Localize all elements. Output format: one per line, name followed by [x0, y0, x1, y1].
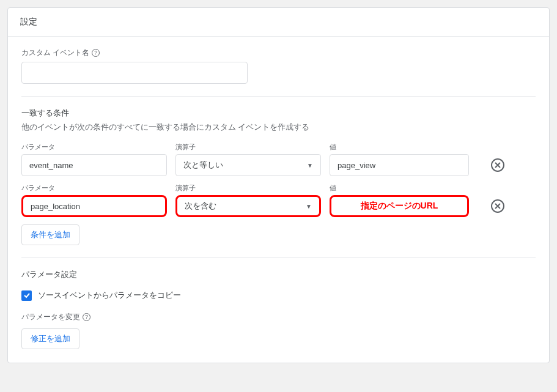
add-condition-label: 条件を追加	[31, 229, 70, 240]
add-modification-button[interactable]: 修正を追加	[21, 328, 79, 349]
operator-select[interactable]: 次と等しい ▼	[175, 154, 321, 176]
help-icon[interactable]: ?	[92, 49, 100, 57]
param-input-text[interactable]	[31, 197, 158, 215]
divider	[21, 257, 536, 258]
condition-param-col: パラメータ	[21, 142, 167, 176]
matching-conditions-section: 一致する条件 他のイベントが次の条件のすべてに一致する場合にカスタム イベントを…	[21, 108, 536, 245]
copy-params-checkbox[interactable]	[21, 290, 32, 301]
chevron-down-icon: ▼	[307, 162, 313, 169]
custom-event-name-input[interactable]	[21, 62, 248, 84]
copy-params-row[interactable]: ソースイベントからパラメータをコピー	[21, 290, 536, 301]
value-annotation-text: 指定のページのURL	[361, 201, 438, 212]
modify-params-label-row: パラメータを変更 ?	[21, 312, 536, 322]
add-condition-button[interactable]: 条件を追加	[21, 224, 79, 245]
value-input[interactable]	[330, 154, 469, 176]
add-modification-label: 修正を追加	[31, 333, 70, 344]
operator-label: 演算子	[175, 142, 321, 152]
custom-event-name-label-text: カスタム イベント名	[21, 48, 89, 58]
conditions-title: 一致する条件	[21, 108, 536, 119]
check-icon	[23, 292, 31, 299]
condition-value-col: 値	[330, 142, 469, 176]
condition-param-col: パラメータ	[21, 183, 167, 217]
operator-value: 次を含む	[185, 201, 216, 212]
param-settings-section: パラメータ設定 ソースイベントからパラメータをコピー パラメータを変更 ? 修正…	[21, 269, 536, 349]
custom-event-name-field: カスタム イベント名 ?	[21, 48, 536, 84]
close-icon	[495, 162, 501, 168]
param-label: パラメータ	[21, 183, 167, 193]
condition-row: パラメータ 演算子 次と等しい ▼ 値	[21, 142, 536, 176]
operator-select[interactable]: 次を含む ▼	[175, 195, 321, 217]
chevron-down-icon: ▼	[306, 203, 312, 210]
card-header: 設定	[8, 8, 549, 37]
param-input-text[interactable]	[29, 155, 159, 176]
value-label: 値	[330, 183, 469, 193]
value-label: 値	[330, 142, 469, 152]
remove-condition-button[interactable]	[491, 158, 504, 172]
operator-label: 演算子	[175, 183, 321, 193]
copy-params-label: ソースイベントからパラメータをコピー	[38, 290, 181, 301]
value-input-text[interactable]	[338, 155, 461, 176]
param-label: パラメータ	[21, 142, 167, 152]
param-input[interactable]	[21, 154, 167, 176]
param-input[interactable]	[21, 195, 167, 217]
close-icon	[495, 203, 501, 209]
param-settings-title: パラメータ設定	[21, 269, 536, 280]
card-title: 設定	[20, 17, 37, 26]
condition-operator-col: 演算子 次を含む ▼	[175, 183, 321, 217]
condition-operator-col: 演算子 次と等しい ▼	[175, 142, 321, 176]
remove-condition-button[interactable]	[491, 199, 504, 213]
operator-value: 次と等しい	[183, 160, 223, 171]
modify-params-label: パラメータを変更	[21, 312, 80, 322]
settings-card: 設定 カスタム イベント名 ? 一致する条件 他のイベントが次の条件のすべてに一…	[7, 7, 550, 363]
divider	[21, 96, 536, 97]
help-icon[interactable]: ?	[83, 313, 90, 321]
condition-row: パラメータ 演算子 次を含む ▼ 値 指定のページのURL	[21, 183, 536, 217]
custom-event-name-label: カスタム イベント名 ?	[21, 48, 536, 58]
conditions-description: 他のイベントが次の条件のすべてに一致する場合にカスタム イベントを作成する	[21, 122, 536, 133]
condition-value-col: 値 指定のページのURL	[330, 183, 469, 217]
value-input-annotation[interactable]: 指定のページのURL	[330, 195, 469, 217]
card-body: カスタム イベント名 ? 一致する条件 他のイベントが次の条件のすべてに一致する…	[8, 37, 549, 363]
